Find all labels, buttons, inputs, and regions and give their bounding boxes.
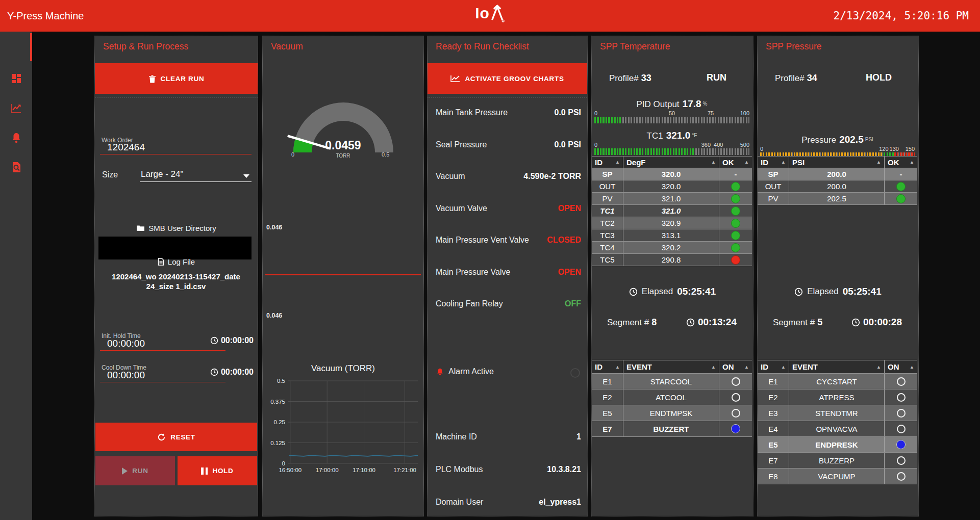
checklist-value: OPEN: [558, 268, 581, 277]
table-row: SP320.0-: [592, 168, 752, 180]
bar-tick-label: 130: [890, 146, 899, 152]
info-value: 10.3.8.21: [547, 465, 581, 474]
checklist-row: Cooling Fan RelayOFF: [428, 299, 587, 310]
sort-asc-icon: ▲: [615, 160, 620, 165]
activate-groov-charts-button[interactable]: ACTIVATE GROOV CHARTS: [428, 63, 587, 94]
smb-directory-box[interactable]: [98, 237, 252, 259]
status-led: [896, 182, 906, 191]
column-header[interactable]: ON▲: [884, 360, 917, 373]
sort-asc-icon: ▲: [876, 160, 881, 165]
cool-down-input[interactable]: 00:00:00: [107, 370, 145, 381]
column-header[interactable]: ON▲: [719, 360, 752, 373]
bar-tick-label: 100: [740, 110, 749, 116]
column-header[interactable]: OK▲: [719, 157, 752, 168]
column-header[interactable]: EVENT▲: [623, 360, 719, 373]
divider: [95, 97, 258, 98]
row-id-cell: E4: [758, 421, 789, 436]
row-id-cell: SP: [758, 168, 789, 180]
chart-title: Vacuum (TORR): [263, 363, 423, 374]
elapsed-value: 05:25:41: [677, 286, 716, 297]
alarm-indicator-led: [570, 368, 580, 378]
row-id-cell: E1: [758, 374, 789, 389]
column-header[interactable]: ID▲: [758, 157, 789, 168]
work-order-input[interactable]: 1202464: [107, 142, 145, 153]
table-row: E5ENDTMPSK: [592, 405, 752, 421]
column-header[interactable]: ID▲: [592, 360, 623, 373]
row-id-cell: TC3: [592, 229, 623, 241]
hold-state-badge: HOLD: [866, 72, 892, 83]
column-header[interactable]: ID▲: [592, 157, 623, 168]
clear-run-button[interactable]: CLEAR RUN: [95, 63, 258, 94]
status-led: [731, 255, 740, 265]
bar-label: Pressure: [801, 135, 836, 145]
bar-tick-label: 0: [594, 110, 597, 116]
reset-button[interactable]: RESET: [95, 423, 257, 451]
smb-directory-row: SMB User Directory: [95, 224, 258, 232]
trend-scale-label: 0.046: [266, 312, 282, 319]
hold-button[interactable]: HOLD: [178, 456, 257, 485]
table-row: E8VACPUMP: [758, 469, 917, 484]
row-status-cell: [719, 405, 752, 421]
vacuum-panel: Vacuum 0.0459 TORR 0 0.5 0.046 0.046 Vac…: [262, 36, 424, 516]
checklist-label: Main Pressure Valve: [436, 268, 510, 277]
vacuum-trend-chart: 0.50.3750.250.125016:50:0017:00:0017:10:…: [266, 376, 421, 480]
row-id-cell: E1: [592, 374, 623, 389]
row-id-cell: E3: [758, 405, 789, 421]
gauge-min-label: 0: [291, 151, 294, 158]
gauge-value: 0.0459: [263, 139, 423, 152]
checklist-value: 4.590e-2 TORR: [523, 172, 581, 181]
temperature-table: ID▲DegF▲OK▲SP320.0-OUT320.0PV321.0TC1321…: [592, 156, 752, 266]
column-header-label: DegF: [626, 158, 646, 167]
sort-asc-icon: ▲: [711, 160, 716, 165]
row-id-cell: TC2: [592, 217, 623, 229]
alarm-bell-icon[interactable]: [10, 132, 22, 144]
sort-asc-icon: ▲: [711, 365, 716, 370]
bar-tick-label: 0: [760, 146, 763, 152]
svg-text:17:10:00: 17:10:00: [353, 467, 375, 473]
run-button[interactable]: RUN: [95, 456, 175, 485]
clock-icon: [851, 318, 860, 327]
sort-asc-icon: ▲: [876, 365, 881, 370]
table-row: TC3313.1: [592, 229, 752, 242]
init-hold-input[interactable]: 00:00:00: [107, 338, 145, 349]
row-value-cell: 321.0: [623, 205, 719, 217]
segment-row: Segment #5 00:00:28: [773, 317, 902, 328]
event-led: [897, 472, 906, 481]
table-row: E7BUZZERP: [758, 453, 917, 469]
bar-unit: °F: [692, 133, 697, 138]
table-row: E1CYCSTART: [758, 374, 917, 389]
trend-line: [265, 274, 421, 275]
bar-track: [594, 117, 749, 123]
table-row: E4OPNVACVA: [758, 421, 917, 437]
column-header[interactable]: OK▲: [884, 157, 917, 168]
row-status-cell: [719, 374, 752, 389]
event-led: [897, 409, 906, 418]
info-label: Domain User: [436, 498, 483, 507]
bar-fill-segment: [594, 148, 694, 155]
column-header[interactable]: DegF▲: [623, 157, 719, 168]
table-row: E5ENDPRESK: [758, 437, 917, 453]
column-header-label: OK: [722, 158, 734, 167]
column-header[interactable]: ID▲: [758, 360, 789, 373]
dashboard-grid-icon[interactable]: [10, 72, 22, 85]
chevron-down-icon[interactable]: [243, 174, 249, 178]
row-value-cell: 290.8: [623, 254, 719, 266]
row-id-cell: OUT: [758, 180, 789, 192]
folder-icon: [136, 225, 145, 231]
column-header[interactable]: PSI▲: [789, 157, 884, 168]
bar-label: PID Output: [637, 99, 680, 109]
size-select[interactable]: Large - 24": [141, 169, 184, 179]
table-row: TC1321.0: [592, 205, 752, 217]
checklist-label: Main Tank Pressure: [436, 108, 508, 117]
segment-number: 8: [651, 317, 657, 327]
trend-chart-icon[interactable]: [10, 102, 22, 114]
clock-icon: [629, 288, 638, 296]
log-search-icon[interactable]: [10, 161, 22, 173]
segment-number: 5: [817, 317, 822, 327]
row-id-cell: E7: [592, 421, 623, 436]
column-header-label: ON: [722, 362, 734, 371]
column-header[interactable]: EVENT▲: [789, 360, 884, 373]
status-led: [896, 194, 906, 203]
refresh-icon: [157, 433, 166, 441]
play-icon: [122, 467, 128, 475]
